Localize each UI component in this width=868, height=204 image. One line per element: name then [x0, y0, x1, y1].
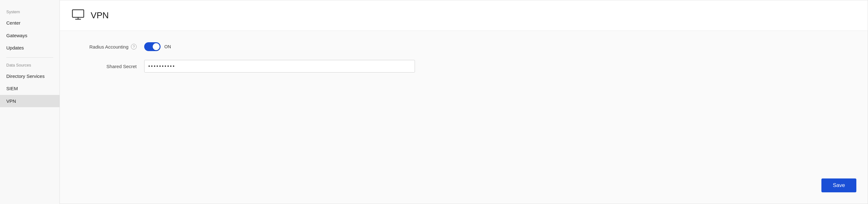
main-content: VPN Radius Accounting ? ON Shared Secret [60, 0, 868, 204]
sidebar-section-system: System Center Gateways Updates [0, 7, 60, 54]
sidebar-item-siem[interactable]: SIEM [0, 82, 60, 95]
toggle-state-label: ON [164, 44, 171, 49]
shared-secret-input[interactable] [144, 60, 415, 72]
radius-accounting-row: Radius Accounting ? ON [75, 42, 852, 51]
sidebar-section-data-sources: Data Sources Directory Services SIEM VPN [0, 61, 60, 108]
radius-accounting-label: Radius Accounting ? [75, 44, 144, 50]
sidebar-item-center[interactable]: Center [0, 17, 60, 29]
page-header: VPN [60, 0, 868, 31]
radius-accounting-help-icon[interactable]: ? [131, 44, 137, 50]
content-area: Radius Accounting ? ON Shared Secret Sav… [60, 31, 868, 204]
monitor-icon [71, 8, 85, 23]
sidebar-divider [6, 57, 53, 58]
toggle-knob [153, 43, 160, 50]
shared-secret-row: Shared Secret [75, 60, 852, 72]
svg-rect-0 [72, 10, 84, 17]
sidebar-section-label-system: System [0, 7, 60, 17]
page-title: VPN [91, 10, 109, 21]
toggle-container: ON [144, 42, 171, 51]
sidebar-item-updates[interactable]: Updates [0, 41, 60, 54]
sidebar: System Center Gateways Updates Data Sour… [0, 0, 60, 204]
sidebar-item-vpn[interactable]: VPN [0, 95, 60, 108]
save-button[interactable]: Save [822, 178, 856, 192]
sidebar-section-label-data-sources: Data Sources [0, 61, 60, 70]
sidebar-item-directory-services[interactable]: Directory Services [0, 70, 60, 83]
radius-accounting-toggle[interactable] [144, 42, 161, 51]
sidebar-item-gateways[interactable]: Gateways [0, 29, 60, 42]
shared-secret-label: Shared Secret [75, 64, 144, 69]
